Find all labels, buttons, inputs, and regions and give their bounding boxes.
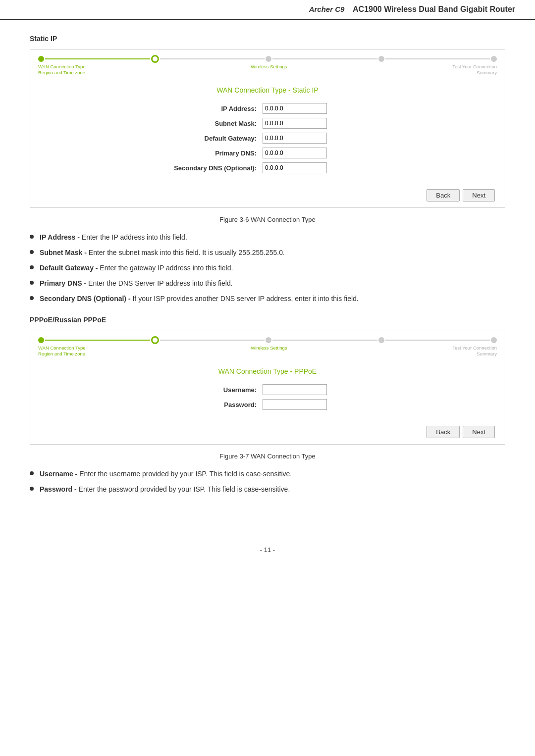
pppoe-step-line-3 (272, 340, 377, 341)
step-line-1 (45, 58, 150, 59)
form-row-primary-dns: Primary DNS: (163, 148, 372, 158)
step-label-wan: WAN Connection Type (38, 64, 86, 69)
static-ip-form: IP Address: Subnet Mask: Default Gateway… (163, 103, 372, 173)
page-header: Archer C9 AC1900 Wireless Dual Band Giga… (0, 0, 535, 20)
pppoe-next-button[interactable]: Next (463, 426, 495, 438)
step-label-wireless: Wireless Settings (251, 64, 287, 69)
bullet-dot-3 (30, 265, 34, 269)
label-primary-dns: Primary DNS: (163, 150, 263, 157)
pppoe-sub-labels: Region and Time zone Summary (38, 351, 497, 359)
bullet-subnet-mask: Subnet Mask - Enter the subnet mask into… (30, 248, 505, 258)
bullet-default-gateway: Default Gateway - Enter the gateway IP a… (30, 263, 505, 273)
pppoe-caption: Figure 3-7 WAN Connection Type (30, 453, 505, 460)
form-row-secondary-dns: Secondary DNS (Optional): (163, 162, 372, 173)
bullet-username: Username - Enter the username provided b… (30, 469, 505, 479)
main-content: Static IP WAN Connection Typ (0, 20, 535, 526)
bullet-dot-1 (30, 235, 34, 239)
pppoe-step-line-1 (45, 340, 150, 341)
input-password[interactable] (263, 399, 327, 410)
pppoe-bullet-dot-2 (30, 487, 34, 491)
step-dot-5 (491, 56, 497, 62)
input-primary-dns[interactable] (263, 148, 327, 158)
step-dot-2 (151, 55, 159, 63)
form-row-ip: IP Address: (163, 103, 372, 114)
bullet-secondary-dns: Secondary DNS (Optional) - If your ISP p… (30, 294, 505, 304)
pppoe-form: Username: Password: (163, 384, 372, 410)
pppoe-sub-label-region: Region and Time zone (38, 351, 85, 356)
static-ip-next-button[interactable]: Next (463, 189, 495, 202)
page-number: - 11 - (0, 546, 535, 563)
pppoe-bullets: Username - Enter the username provided b… (30, 469, 505, 495)
sub-label-region: Region and Time zone (38, 70, 85, 75)
pppoe-wizard-content: WAN Connection Type - PPPoE Username: Pa… (30, 359, 505, 422)
pppoe-step-dot-4 (378, 337, 384, 343)
header-brand: Archer C9 AC1900 Wireless Dual Band Giga… (309, 5, 515, 14)
pppoe-step-dot-3 (266, 337, 271, 343)
input-secondary-dns[interactable] (263, 162, 327, 173)
pppoe-step-line-2 (160, 340, 265, 341)
header-model: Archer C9 (309, 5, 345, 13)
input-ip-address[interactable] (263, 103, 327, 114)
pppoe-step-dot-5 (491, 337, 497, 343)
pppoe-back-button[interactable]: Back (427, 426, 460, 438)
pppoe-wizard-title: WAN Connection Type - PPPoE (45, 367, 490, 375)
form-row-password: Password: (163, 399, 372, 410)
label-default-gateway: Default Gateway: (163, 135, 263, 142)
bullet-ip-address: IP Address - Enter the IP address into t… (30, 232, 505, 243)
bullet-dot-5 (30, 296, 34, 300)
pppoe-step-label-test: Test Your Connection (452, 345, 497, 351)
step-line-3 (272, 58, 377, 59)
static-ip-caption: Figure 3-6 WAN Connection Type (30, 216, 505, 223)
pppoe-steps-top (38, 336, 497, 344)
pppoe-bullet-dot-1 (30, 471, 34, 475)
bullet-ip-bold: IP Address - (40, 233, 80, 241)
bullet-pdns-bold: Primary DNS - (40, 279, 86, 287)
static-ip-steps-top (38, 55, 497, 63)
header-product: AC1900 Wireless Dual Band Gigabit Router (353, 5, 515, 13)
pppoe-step-label-wireless: Wireless Settings (251, 345, 287, 351)
bullet-gateway-bold: Default Gateway - (40, 264, 98, 272)
bullet-password-bold: Password - (40, 485, 77, 493)
pppoe-buttons: Back Next (30, 422, 505, 444)
sub-label-summary: Summary (477, 70, 497, 75)
pppoe-step-label-wan: WAN Connection Type (38, 345, 86, 351)
step-label-test: Test Your Connection (452, 64, 497, 69)
label-secondary-dns: Secondary DNS (Optional): (163, 164, 263, 172)
bullet-password: Password - Enter the password provided b… (30, 484, 505, 495)
static-ip-steps-labels: WAN Connection Type Wireless Settings Te… (38, 64, 497, 69)
bullet-sdns-bold: Secondary DNS (Optional) - (40, 295, 131, 302)
label-subnet-mask: Subnet Mask: (163, 120, 263, 127)
step-line-4 (385, 58, 490, 59)
input-subnet-mask[interactable] (263, 118, 327, 129)
pppoe-sub-label-summary: Summary (477, 351, 497, 356)
static-ip-steps: WAN Connection Type Wireless Settings Te… (30, 50, 505, 78)
bullet-dot-2 (30, 250, 34, 254)
pppoe-wizard-box: WAN Connection Type Wireless Settings Te… (30, 331, 505, 445)
pppoe-step-line-4 (385, 340, 490, 341)
static-ip-bullets: IP Address - Enter the IP address into t… (30, 232, 505, 304)
static-ip-sub-labels: Region and Time zone Summary (38, 70, 497, 78)
pppoe-step-dot-1 (38, 337, 44, 343)
label-password: Password: (163, 401, 263, 408)
step-dot-3 (266, 56, 271, 62)
step-line-2 (160, 58, 265, 59)
pppoe-heading: PPPoE/Russian PPPoE (30, 316, 505, 324)
pppoe-steps-labels: WAN Connection Type Wireless Settings Te… (38, 345, 497, 351)
static-ip-buttons: Back Next (30, 185, 505, 207)
label-username: Username: (163, 386, 263, 394)
pppoe-steps: WAN Connection Type Wireless Settings Te… (30, 331, 505, 359)
static-ip-wizard-box: WAN Connection Type Wireless Settings Te… (30, 50, 505, 208)
static-ip-heading: Static IP (30, 35, 505, 43)
bullet-primary-dns: Primary DNS - Enter the DNS Server IP ad… (30, 278, 505, 289)
input-username[interactable] (263, 384, 327, 395)
label-ip-address: IP Address: (163, 105, 263, 112)
step-dot-1 (38, 56, 44, 62)
step-dot-4 (378, 56, 384, 62)
form-row-subnet: Subnet Mask: (163, 118, 372, 129)
static-ip-back-button[interactable]: Back (427, 189, 460, 202)
bullet-subnet-bold: Subnet Mask - (40, 249, 87, 256)
form-row-username: Username: (163, 384, 372, 395)
static-ip-wizard-title: WAN Connection Type - Static IP (45, 86, 490, 94)
input-default-gateway[interactable] (263, 133, 327, 144)
bullet-username-bold: Username - (40, 470, 77, 478)
